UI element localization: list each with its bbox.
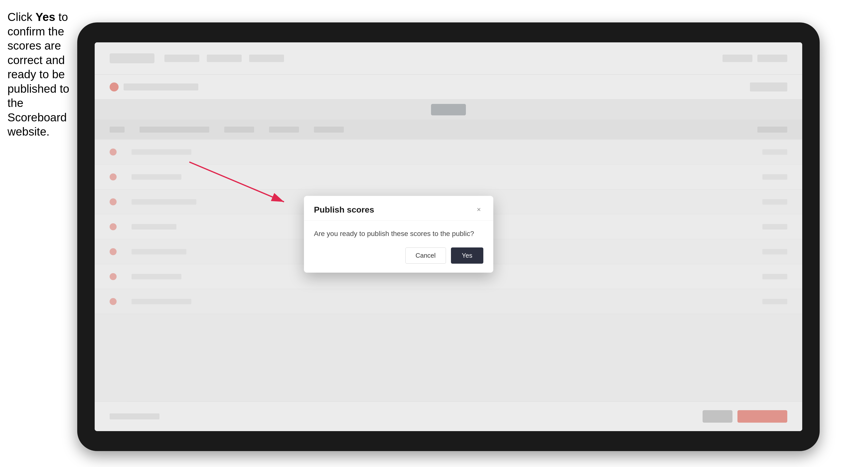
yes-keyword: Yes <box>35 10 55 24</box>
cancel-button[interactable]: Cancel <box>405 247 446 263</box>
modal-close-button[interactable]: × <box>474 205 483 214</box>
tablet-frame: Publish scores × Are you ready to publis… <box>77 23 820 451</box>
modal-header: Publish scores × <box>304 196 493 221</box>
instruction-text: Click Yes to confirm the scores are corr… <box>7 10 77 139</box>
publish-scores-dialog: Publish scores × Are you ready to publis… <box>304 196 493 273</box>
modal-body: Are you ready to publish these scores to… <box>304 221 493 247</box>
modal-title: Publish scores <box>314 205 374 215</box>
tablet-screen: Publish scores × Are you ready to publis… <box>95 42 802 431</box>
modal-message: Are you ready to publish these scores to… <box>314 229 483 239</box>
modal-overlay: Publish scores × Are you ready to publis… <box>95 42 802 431</box>
yes-button[interactable]: Yes <box>451 247 483 263</box>
modal-footer: Cancel Yes <box>304 247 493 273</box>
